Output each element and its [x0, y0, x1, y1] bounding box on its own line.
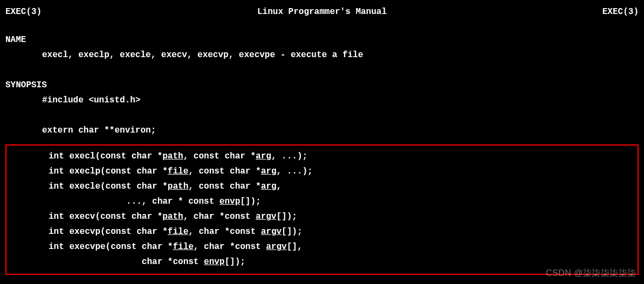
synopsis-extern: extern char **environ; [0, 123, 644, 138]
param-argv: argv [256, 212, 276, 221]
watermark: CSDN @柒柒柒柒柒柒 [546, 266, 636, 281]
header-right: EXEC(3) [602, 4, 639, 19]
param-file: file [173, 242, 193, 252]
proto-execv: int execv(const char *path, char *const … [6, 209, 638, 224]
param-envp: envp [204, 257, 224, 267]
param-argv: argv [266, 242, 286, 252]
proto-execle-line1: int execle(const char *path, const char … [6, 179, 638, 194]
param-argv: argv [261, 227, 282, 237]
synopsis-include: #include <unistd.h> [0, 93, 644, 108]
param-file: file [168, 167, 188, 176]
param-arg: arg [261, 167, 277, 176]
param-file: file [168, 227, 188, 237]
proto-execvp: int execvp(const char *file, char *const… [6, 224, 638, 239]
man-header: EXEC(3) Linux Programmer's Manual EXEC(3… [0, 0, 644, 19]
proto-execvpe-line2: char *const envp[]); [6, 254, 638, 269]
param-path: path [168, 182, 188, 191]
header-center: Linux Programmer's Manual [257, 4, 387, 19]
proto-execle-line2: ..., char * const envp[]); [6, 194, 638, 209]
param-arg: arg [256, 151, 271, 161]
section-name-title: NAME [0, 32, 644, 47]
function-prototypes-box: int execl(const char *path, const char *… [5, 144, 639, 275]
proto-execl: int execl(const char *path, const char *… [6, 149, 638, 164]
name-line: execl, execlp, execle, execv, execvp, ex… [0, 47, 644, 63]
section-synopsis-title: SYNOPSIS [0, 78, 644, 93]
param-path: path [162, 151, 183, 161]
param-arg: arg [261, 182, 277, 191]
proto-execlp: int execlp(const char *file, const char … [6, 164, 638, 179]
param-envp: envp [220, 197, 240, 206]
proto-execvpe-line1: int execvpe(const char *file, char *cons… [6, 239, 638, 254]
header-left: EXEC(3) [5, 4, 42, 19]
param-path: path [162, 212, 183, 221]
